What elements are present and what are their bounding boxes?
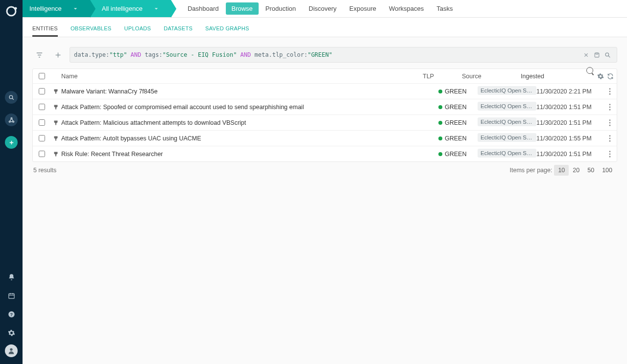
- row-source: EclecticIQ Open So...: [478, 102, 536, 112]
- row-actions-icon[interactable]: [603, 88, 617, 95]
- row-ingested: 11/30/2020 1:55 PM: [536, 135, 603, 142]
- table-row[interactable]: Attack Pattern: Malicious attachment att…: [33, 115, 617, 131]
- row-source: EclecticIQ Open So...: [478, 149, 536, 159]
- tab-saved-graphs[interactable]: SAVED GRAPHS: [205, 20, 249, 37]
- results-count: 5 results: [33, 167, 56, 174]
- svg-point-1: [15, 7, 17, 10]
- svg-rect-24: [596, 53, 598, 54]
- help-icon[interactable]: ?: [4, 307, 18, 321]
- row-actions-icon[interactable]: [603, 151, 617, 158]
- tab-uploads[interactable]: UPLOADS: [124, 20, 151, 37]
- svg-point-30: [609, 104, 611, 105]
- table-header: Name TLP Source Ingested: [33, 69, 617, 84]
- row-source: EclecticIQ Open So...: [478, 86, 536, 96]
- row-name: Attack Pattern: Malicious attachment att…: [61, 119, 438, 126]
- table-row[interactable]: Attack Pattern: AutoIt bypasses UAC usin…: [33, 131, 617, 146]
- header-name[interactable]: Name: [61, 73, 423, 80]
- svg-point-38: [609, 140, 611, 141]
- header-source[interactable]: Source: [462, 73, 521, 80]
- nav-discovery[interactable]: Discovery: [303, 2, 342, 15]
- row-name: Attack Pattern: Spoofed or compromised e…: [61, 104, 438, 111]
- refresh-icon[interactable]: [607, 73, 614, 80]
- row-ingested: 11/30/2020 2:21 PM: [536, 88, 603, 95]
- breadcrumb-level1[interactable]: Intelligence: [23, 0, 90, 17]
- svg-point-40: [609, 153, 611, 155]
- row-actions-icon[interactable]: [603, 119, 617, 126]
- entity-type-icon: [50, 136, 61, 141]
- row-name: Attack Pattern: AutoIt bypasses UAC usin…: [61, 135, 438, 142]
- row-tlp: GREEN: [438, 104, 478, 111]
- chevron-down-icon: [154, 7, 158, 11]
- search-icon[interactable]: [602, 49, 613, 60]
- svg-point-0: [7, 7, 16, 16]
- nav-production[interactable]: Production: [260, 2, 302, 15]
- row-name: Risk Rule: Recent Threat Researcher: [61, 151, 438, 158]
- nav-exposure[interactable]: Exposure: [343, 2, 382, 15]
- header-tlp[interactable]: TLP: [423, 73, 462, 80]
- graph-icon[interactable]: [5, 114, 18, 126]
- svg-point-35: [609, 124, 611, 126]
- query-row: data.type:"ttp" AND tags:"Source - EIQ F…: [23, 37, 627, 68]
- row-actions-icon[interactable]: [603, 104, 617, 111]
- row-actions-icon[interactable]: [603, 135, 617, 142]
- row-tlp: GREEN: [438, 135, 478, 142]
- calendar-icon[interactable]: [4, 289, 18, 302]
- svg-text:?: ?: [10, 312, 12, 317]
- top-bar: Intelligence All intelligence DashboardB…: [23, 0, 627, 18]
- svg-point-39: [609, 151, 611, 152]
- clear-icon[interactable]: [580, 49, 591, 60]
- left-sidebar: ?: [0, 0, 23, 364]
- entity-type-icon: [50, 104, 61, 110]
- tab-entities[interactable]: ENTITIES: [32, 20, 58, 37]
- svg-point-27: [609, 88, 611, 90]
- entity-type-icon: [50, 89, 61, 94]
- query-input[interactable]: data.type:"ttp" AND tags:"Source - EIQ F…: [70, 47, 617, 63]
- table-row[interactable]: Attack Pattern: Spoofed or compromised e…: [33, 99, 617, 115]
- row-ingested: 11/30/2020 1:51 PM: [536, 151, 603, 158]
- per-page-100[interactable]: 100: [598, 165, 616, 176]
- bell-icon[interactable]: [4, 270, 18, 284]
- search-icon[interactable]: [5, 91, 18, 104]
- breadcrumb-level1-label: Intelligence: [29, 5, 62, 12]
- row-checkbox[interactable]: [39, 104, 45, 110]
- save-query-icon[interactable]: [591, 49, 602, 60]
- svg-point-2: [9, 95, 13, 99]
- top-nav: DashboardBrowseProductionDiscoveryExposu…: [182, 2, 459, 15]
- gear-icon[interactable]: [4, 326, 18, 340]
- svg-point-36: [609, 135, 611, 136]
- columns-settings-icon[interactable]: [597, 73, 604, 80]
- svg-point-41: [609, 156, 611, 157]
- per-page-50[interactable]: 50: [583, 165, 598, 176]
- nav-workspaces[interactable]: Workspaces: [383, 2, 430, 15]
- table-row[interactable]: Malware Variant: WannaCry 7f845eGREENEcl…: [33, 84, 617, 99]
- add-filter-icon[interactable]: [51, 48, 65, 62]
- select-all-checkbox[interactable]: [39, 73, 45, 79]
- svg-point-29: [609, 93, 611, 94]
- per-page-10[interactable]: 10: [554, 165, 569, 176]
- nav-tasks[interactable]: Tasks: [431, 2, 458, 15]
- svg-point-31: [609, 106, 611, 108]
- row-checkbox[interactable]: [39, 151, 45, 157]
- row-checkbox[interactable]: [39, 135, 45, 141]
- breadcrumb-level2-label: All intelligence: [102, 5, 143, 12]
- filter-icon[interactable]: [32, 48, 46, 62]
- tab-observables[interactable]: OBSERVABLES: [71, 20, 112, 37]
- row-checkbox[interactable]: [39, 119, 45, 126]
- results-table: Name TLP Source Ingested Malware Variant…: [32, 68, 617, 162]
- svg-point-34: [609, 122, 611, 123]
- nav-dashboard[interactable]: Dashboard: [182, 2, 225, 15]
- row-ingested: 11/30/2020 1:51 PM: [536, 104, 603, 111]
- breadcrumb-level2[interactable]: All intelligence: [90, 0, 171, 17]
- table-row[interactable]: Risk Rule: Recent Threat ResearcherGREEN…: [33, 146, 617, 161]
- tab-datasets[interactable]: DATASETS: [164, 20, 193, 37]
- per-page-20[interactable]: 20: [569, 165, 583, 176]
- table-footer: 5 results Items per page: 102050100: [23, 162, 627, 179]
- add-icon[interactable]: [5, 136, 18, 149]
- nav-browse[interactable]: Browse: [226, 2, 259, 15]
- row-checkbox[interactable]: [39, 88, 45, 94]
- svg-point-28: [609, 91, 611, 92]
- sub-tabs: ENTITIESOBSERVABLESUPLOADSDATASETSSAVED …: [23, 18, 627, 37]
- row-source: EclecticIQ Open So...: [478, 133, 536, 143]
- header-ingested[interactable]: Ingested: [521, 73, 587, 80]
- avatar[interactable]: [5, 344, 18, 357]
